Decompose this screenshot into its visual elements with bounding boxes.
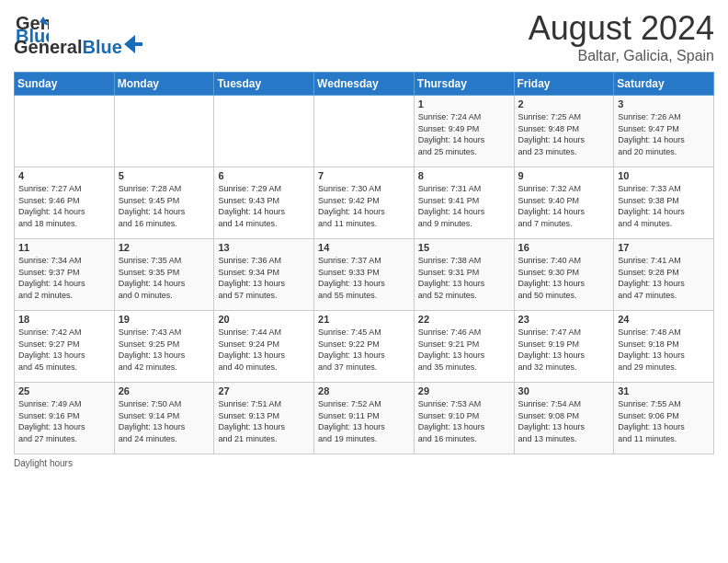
day-info: Sunrise: 7:29 AMSunset: 9:43 PMDaylight:… — [218, 183, 310, 229]
calendar-week-row: 11Sunrise: 7:34 AMSunset: 9:37 PMDayligh… — [15, 239, 714, 311]
logo-blue-text: Blue — [82, 37, 121, 58]
table-row: 7Sunrise: 7:30 AMSunset: 9:42 PMDaylight… — [314, 167, 415, 239]
day-info: Sunrise: 7:33 AMSunset: 9:38 PMDaylight:… — [618, 183, 710, 229]
day-number: 20 — [218, 314, 310, 325]
day-info-line: Sunset: 9:19 PM — [518, 339, 610, 350]
calendar-body: 1Sunrise: 7:24 AMSunset: 9:49 PMDaylight… — [15, 96, 714, 454]
table-row: 28Sunrise: 7:52 AMSunset: 9:11 PMDayligh… — [314, 383, 415, 454]
day-info-line: Sunset: 9:34 PM — [218, 267, 310, 279]
logo-general-text: General — [14, 37, 82, 58]
day-info-line: Sunset: 9:45 PM — [119, 195, 210, 207]
day-info: Sunrise: 7:44 AMSunset: 9:24 PMDaylight:… — [218, 327, 310, 373]
day-info-line: Sunrise: 7:29 AM — [218, 183, 310, 195]
day-info: Sunrise: 7:42 AMSunset: 9:27 PMDaylight:… — [18, 327, 110, 373]
day-info-line: Sunset: 9:49 PM — [418, 123, 510, 135]
day-info: Sunrise: 7:38 AMSunset: 9:31 PMDaylight:… — [418, 255, 510, 301]
day-info: Sunrise: 7:30 AMSunset: 9:42 PMDaylight:… — [318, 183, 410, 229]
day-info-line: and 21 minutes. — [218, 433, 310, 445]
day-number: 2 — [518, 98, 610, 109]
table-row: 12Sunrise: 7:35 AMSunset: 9:35 PMDayligh… — [114, 239, 214, 311]
day-info-line: and 11 minutes. — [618, 433, 710, 445]
table-row: 19Sunrise: 7:43 AMSunset: 9:25 PMDayligh… — [114, 311, 214, 383]
day-info: Sunrise: 7:43 AMSunset: 9:25 PMDaylight:… — [119, 327, 210, 373]
day-info-line: and 11 minutes. — [318, 218, 410, 230]
header-monday: Monday — [114, 73, 214, 96]
title-block: August 2024 Baltar, Galicia, Spain — [529, 9, 714, 64]
table-row: 9Sunrise: 7:32 AMSunset: 9:40 PMDaylight… — [514, 167, 614, 239]
day-number: 23 — [518, 314, 610, 325]
day-info-line: and 37 minutes. — [318, 362, 410, 373]
table-row: 29Sunrise: 7:53 AMSunset: 9:10 PMDayligh… — [414, 383, 514, 454]
calendar-week-row: 1Sunrise: 7:24 AMSunset: 9:49 PMDaylight… — [15, 96, 714, 167]
day-info: Sunrise: 7:37 AMSunset: 9:33 PMDaylight:… — [318, 255, 410, 301]
table-row: 17Sunrise: 7:41 AMSunset: 9:28 PMDayligh… — [614, 239, 714, 311]
day-info-line: Sunset: 9:25 PM — [119, 339, 210, 350]
day-info: Sunrise: 7:35 AMSunset: 9:35 PMDaylight:… — [119, 255, 210, 301]
day-info-line: Sunrise: 7:50 AM — [119, 398, 210, 410]
day-info-line: Sunset: 9:22 PM — [318, 339, 410, 350]
day-info: Sunrise: 7:53 AMSunset: 9:10 PMDaylight:… — [418, 398, 510, 444]
table-row: 31Sunrise: 7:55 AMSunset: 9:06 PMDayligh… — [614, 383, 714, 454]
day-info-line: Sunset: 9:40 PM — [518, 195, 610, 207]
day-info-line: Sunrise: 7:25 AM — [518, 111, 610, 123]
table-row: 24Sunrise: 7:48 AMSunset: 9:18 PMDayligh… — [614, 311, 714, 383]
day-info-line: Daylight: 14 hours — [318, 206, 410, 218]
header-sunday: Sunday — [15, 73, 115, 96]
table-row: 21Sunrise: 7:45 AMSunset: 9:22 PMDayligh… — [314, 311, 415, 383]
day-info-line: and 47 minutes. — [618, 290, 710, 302]
day-number: 9 — [518, 170, 610, 181]
day-info-line: Sunset: 9:06 PM — [618, 410, 710, 422]
day-number: 6 — [218, 170, 310, 181]
table-row: 27Sunrise: 7:51 AMSunset: 9:13 PMDayligh… — [214, 383, 314, 454]
header-saturday: Saturday — [614, 73, 714, 96]
day-info-line: and 25 minutes. — [418, 146, 510, 158]
table-row — [314, 96, 415, 167]
day-info-line: Sunrise: 7:38 AM — [418, 255, 510, 267]
day-info-line: and 0 minutes. — [119, 290, 210, 302]
day-number: 29 — [418, 385, 510, 396]
day-info: Sunrise: 7:41 AMSunset: 9:28 PMDaylight:… — [618, 255, 710, 301]
day-info-line: Sunset: 9:33 PM — [318, 267, 410, 279]
table-row: 11Sunrise: 7:34 AMSunset: 9:37 PMDayligh… — [15, 239, 115, 311]
day-info-line: Sunrise: 7:47 AM — [518, 327, 610, 339]
day-number: 22 — [418, 314, 510, 325]
day-info-line: Sunrise: 7:54 AM — [518, 398, 610, 410]
day-info-line: Daylight: 14 hours — [618, 206, 710, 218]
day-number: 25 — [18, 385, 110, 396]
day-info-line: Sunrise: 7:28 AM — [119, 183, 210, 195]
day-info: Sunrise: 7:28 AMSunset: 9:45 PMDaylight:… — [119, 183, 210, 229]
day-info-line: Daylight: 13 hours — [518, 350, 610, 362]
month-year-title: August 2024 — [529, 9, 714, 48]
day-info-line: Daylight: 13 hours — [418, 278, 510, 290]
table-row: 16Sunrise: 7:40 AMSunset: 9:30 PMDayligh… — [514, 239, 614, 311]
day-info-line: Sunset: 9:43 PM — [218, 195, 310, 207]
calendar-week-row: 4Sunrise: 7:27 AMSunset: 9:46 PMDaylight… — [15, 167, 714, 239]
day-info-line: Daylight: 13 hours — [119, 350, 210, 362]
day-info-line: Daylight: 14 hours — [518, 134, 610, 146]
day-info-line: and 55 minutes. — [318, 290, 410, 302]
table-row: 18Sunrise: 7:42 AMSunset: 9:27 PMDayligh… — [15, 311, 115, 383]
day-number: 28 — [318, 385, 410, 396]
table-row: 5Sunrise: 7:28 AMSunset: 9:45 PMDaylight… — [114, 167, 214, 239]
day-info: Sunrise: 7:25 AMSunset: 9:48 PMDaylight:… — [518, 111, 610, 157]
day-info-line: Sunrise: 7:43 AM — [119, 327, 210, 339]
day-info-line: and 19 minutes. — [318, 433, 410, 445]
day-number: 17 — [618, 242, 710, 253]
day-info-line: Daylight: 13 hours — [18, 350, 110, 362]
day-number: 13 — [218, 242, 310, 253]
day-info-line: Sunset: 9:31 PM — [418, 267, 510, 279]
day-number: 11 — [18, 242, 110, 253]
day-info-line: Daylight: 14 hours — [218, 206, 310, 218]
day-info-line: and 20 minutes. — [618, 146, 710, 158]
day-info-line: Sunset: 9:28 PM — [618, 267, 710, 279]
day-info-line: and 2 minutes. — [18, 290, 110, 302]
day-info-line: Daylight: 13 hours — [418, 421, 510, 433]
table-row: 4Sunrise: 7:27 AMSunset: 9:46 PMDaylight… — [15, 167, 115, 239]
day-info-line: and 27 minutes. — [18, 433, 110, 445]
day-info-line: Daylight: 13 hours — [618, 278, 710, 290]
day-info-line: Sunrise: 7:45 AM — [318, 327, 410, 339]
day-info-line: and 35 minutes. — [418, 362, 510, 373]
day-number: 7 — [318, 170, 410, 181]
day-info-line: Daylight: 13 hours — [618, 421, 710, 433]
day-info-line: Daylight: 14 hours — [18, 206, 110, 218]
